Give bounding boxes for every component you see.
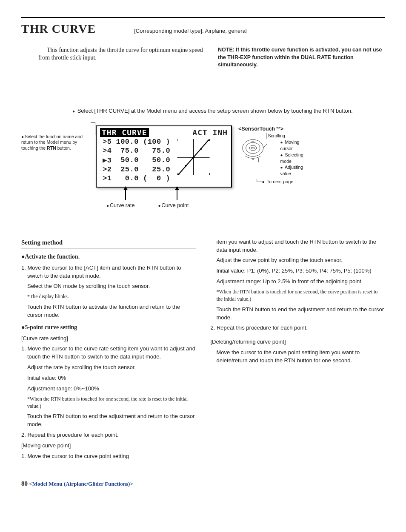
to-next-page: └─ To next page bbox=[255, 179, 306, 185]
mv-fine-6: *When the RTN button is touched for one … bbox=[217, 288, 385, 303]
left-note-b: RTN bbox=[47, 145, 56, 151]
activate-hdr: ●Activate the function. bbox=[21, 253, 196, 261]
sensor-items: Scrolling Moving cursor Selecting mode A… bbox=[268, 133, 306, 177]
model-type-note: [Corresponding model type]: Airplane, ge… bbox=[134, 28, 247, 34]
cr-step-1: 1. Move the cursor to the curve rate set… bbox=[27, 345, 196, 361]
svg-text:S1: S1 bbox=[252, 159, 254, 160]
svg-point-7 bbox=[178, 174, 180, 175]
svg-point-9 bbox=[193, 156, 194, 158]
moving-label: [Moving curve point] bbox=[21, 442, 196, 450]
svg-point-11 bbox=[208, 139, 209, 141]
footer: 80 <Model Menu (Airplane/Glider Function… bbox=[21, 480, 385, 487]
top-rule bbox=[21, 17, 385, 18]
intro-note: NOTE: If this throttle curve function is… bbox=[218, 46, 385, 69]
svg-point-10 bbox=[200, 148, 202, 150]
cr-step-2: Adjust the rate by scrolling the touch s… bbox=[27, 364, 196, 372]
act-fine-3: *The display blinks. bbox=[27, 293, 196, 300]
curve-point-label: Curve point bbox=[161, 202, 189, 208]
left-note: Select the function name and return to t… bbox=[21, 125, 89, 151]
five-point-hdr: ●5-point curve setting bbox=[21, 323, 196, 332]
curve-rate-label: Curve rate bbox=[110, 202, 134, 208]
page-number: 80 bbox=[21, 480, 28, 487]
cr-step-4: Adjustment range: 0%~100% bbox=[27, 385, 196, 393]
svg-line-18 bbox=[263, 144, 267, 148]
setting-method-hdr: Setting method bbox=[21, 238, 196, 249]
del-step-1: Move the cursor to the curve point setti… bbox=[217, 349, 385, 365]
act-step-2: Select the ON mode by scrolling the touc… bbox=[27, 282, 196, 290]
sensor-touch-panel: <SensorTouch™> RTN LNK S1 bbox=[238, 125, 306, 185]
intro-row: This function adjusts the throttle curve… bbox=[21, 46, 385, 69]
curve-graph bbox=[175, 137, 212, 177]
curve-rate-label-txt: [Curve rate setting] bbox=[21, 335, 196, 343]
right-column: item you want to adjust and touch the RT… bbox=[211, 238, 385, 463]
act-step-1: 1. Move the cursor to the [ACT] item and… bbox=[27, 264, 196, 280]
left-column: Setting method ●Activate the function. 1… bbox=[21, 238, 196, 463]
svg-text:LNK: LNK bbox=[252, 141, 255, 142]
lcd-title: THR CURVE bbox=[100, 128, 149, 137]
mv-step-2: item you want to adjust and touch the RT… bbox=[217, 238, 385, 254]
mv-step-3: Adjust the curve point by scrolling the … bbox=[217, 256, 385, 265]
cr-step-3: Initial value: 0% bbox=[27, 374, 196, 382]
sensor-dial-icon: RTN LNK S1 bbox=[238, 134, 268, 171]
svg-point-8 bbox=[185, 165, 187, 167]
sensor-item-1: Selecting mode bbox=[280, 152, 303, 164]
cr-step-6: Touch the RTN button to end the adjustme… bbox=[27, 413, 196, 429]
two-columns: Setting method ●Activate the function. 1… bbox=[21, 238, 385, 463]
sensor-item-2: Adjusting value bbox=[280, 165, 303, 176]
cr-fine-5: *When the RTN button is touched for one … bbox=[27, 395, 196, 410]
act-step-4: Touch the RTN button to activate the fun… bbox=[27, 303, 196, 319]
lcd-act-status: ACT INH bbox=[192, 128, 228, 137]
mv-step-7: Touch the RTN button to end the adjustme… bbox=[217, 306, 385, 322]
mv-step-5: Adjustment range: Up to 2.5% in front of… bbox=[217, 278, 385, 286]
middle-section: Select [THR CURVE] at the Model menu and… bbox=[21, 107, 385, 208]
header-row: THR CURVE [Corresponding model type]: Ai… bbox=[21, 22, 385, 36]
mv-step-8: 2. Repeat this procedure for each point. bbox=[217, 324, 385, 332]
select-instruction: Select [THR CURVE] at the Model menu and… bbox=[72, 107, 385, 115]
select-instruction-text: Select [THR CURVE] at the Model menu and… bbox=[77, 108, 353, 114]
deleting-label: [Deleting/returning curve point] bbox=[211, 338, 385, 346]
lcd-screen: THR CURVE ACT INH >5100.0(100 ) >4 75.0 … bbox=[96, 125, 232, 188]
sensor-title: <SensorTouch™> bbox=[238, 125, 306, 133]
arrow-labels: Curve rate Curve point bbox=[106, 202, 385, 208]
sensor-scrolling: Scrolling bbox=[266, 133, 306, 139]
mv-step-1: 1. Move the cursor to the curve point se… bbox=[27, 452, 196, 461]
intro-left: This function adjusts the throttle curve… bbox=[21, 46, 205, 69]
section-name: <Model Menu (Airplane/Glider Functions)> bbox=[29, 481, 133, 487]
cr-step-7: 2. Repeat this procedure for each point. bbox=[27, 431, 196, 439]
mv-step-4: Initial value: P1: (0%), P2: 25%, P3: 50… bbox=[217, 267, 385, 275]
left-note-c: button. bbox=[56, 145, 71, 151]
page-title: THR CURVE bbox=[21, 22, 96, 36]
curve-table: >5100.0(100 ) >4 75.0 75.0 ▶3 50.0 50.0 … bbox=[100, 137, 173, 183]
svg-text:RTN: RTN bbox=[251, 147, 255, 149]
